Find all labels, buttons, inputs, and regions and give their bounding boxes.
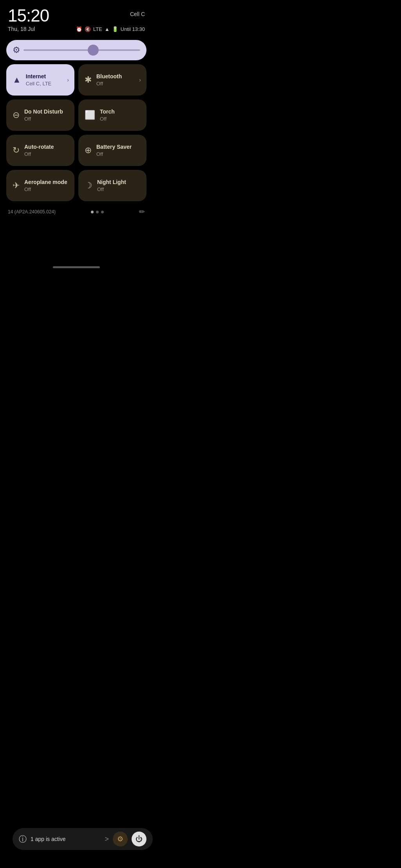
auto-rotate-icon: ↻ [13, 145, 20, 155]
bluetooth-title: Bluetooth [96, 73, 140, 80]
tile-night-light[interactable]: ☽Night LightOff [78, 170, 146, 201]
bluetooth-icon: ✱ [85, 75, 92, 85]
footer-bar: 14 (AP2A.240605.024) ✏ [8, 208, 145, 216]
battery-saver-title: Battery Saver [96, 144, 140, 150]
dot-3 [101, 211, 104, 213]
tile-torch[interactable]: ⬜TorchOff [78, 99, 146, 131]
auto-rotate-title: Auto-rotate [24, 144, 68, 150]
battery-icon: 🔋 [112, 26, 118, 32]
time-display: 15:20 [8, 7, 49, 24]
brightness-slider[interactable]: ⚙ [6, 40, 146, 60]
alarm-icon: ⏰ [76, 26, 82, 32]
lte-label: LTE [93, 26, 102, 32]
internet-title: Internet [26, 73, 68, 80]
signal-icon: ▲ [105, 26, 110, 32]
internet-icon: ▲ [13, 75, 21, 85]
edit-icon[interactable]: ✏ [139, 208, 145, 216]
dot-2 [96, 211, 99, 213]
brightness-thumb[interactable] [88, 45, 99, 56]
quick-tiles-grid: ▲InternetCell C, LTE›✱BluetoothOff›⊖Do N… [6, 64, 146, 201]
night-light-subtitle: Off [97, 186, 140, 192]
brightness-track[interactable] [23, 49, 140, 51]
aeroplane-mode-subtitle: Off [24, 186, 68, 192]
tile-internet[interactable]: ▲InternetCell C, LTE› [6, 64, 74, 96]
dot-1 [91, 211, 94, 213]
tile-battery-saver[interactable]: ⊕Battery SaverOff [78, 135, 146, 166]
page-dots [91, 211, 104, 213]
tile-auto-rotate[interactable]: ↻Auto-rotateOff [6, 135, 74, 166]
night-light-icon: ☽ [85, 180, 92, 191]
torch-icon: ⬜ [85, 110, 95, 120]
brightness-icon: ⚙ [13, 45, 20, 55]
night-light-title: Night Light [97, 179, 140, 186]
tile-bluetooth[interactable]: ✱BluetoothOff› [78, 64, 146, 96]
status-bar: 15:20 Cell C Thu, 18 Jul ⏰ 🔇 LTE ▲ 🔋 Unt… [0, 0, 153, 34]
torch-subtitle: Off [100, 116, 140, 122]
aeroplane-mode-icon: ✈ [13, 180, 20, 191]
torch-title: Torch [100, 108, 140, 115]
bluetooth-subtitle: Off [96, 81, 140, 87]
home-indicator [53, 266, 100, 268]
auto-rotate-subtitle: Off [24, 151, 68, 157]
battery-saver-subtitle: Off [96, 151, 140, 157]
tile-aeroplane-mode[interactable]: ✈Aeroplane modeOff [6, 170, 74, 201]
until-label: Until 13:30 [121, 26, 145, 32]
do-not-disturb-icon: ⊖ [13, 110, 20, 120]
internet-subtitle: Cell C, LTE [26, 81, 68, 87]
carrier-label: Cell C [130, 11, 145, 17]
status-icons: ⏰ 🔇 LTE ▲ 🔋 Until 13:30 [76, 26, 145, 32]
bluetooth-chevron: › [139, 77, 141, 83]
mute-icon: 🔇 [85, 26, 91, 32]
tile-do-not-disturb[interactable]: ⊖Do Not DisturbOff [6, 99, 74, 131]
version-text: 14 (AP2A.240605.024) [8, 209, 56, 215]
do-not-disturb-subtitle: Off [24, 116, 68, 122]
do-not-disturb-title: Do Not Disturb [24, 108, 68, 115]
battery-saver-icon: ⊕ [85, 145, 92, 155]
aeroplane-mode-title: Aeroplane mode [24, 179, 68, 186]
date-display: Thu, 18 Jul [8, 26, 35, 32]
internet-chevron: › [67, 77, 69, 83]
